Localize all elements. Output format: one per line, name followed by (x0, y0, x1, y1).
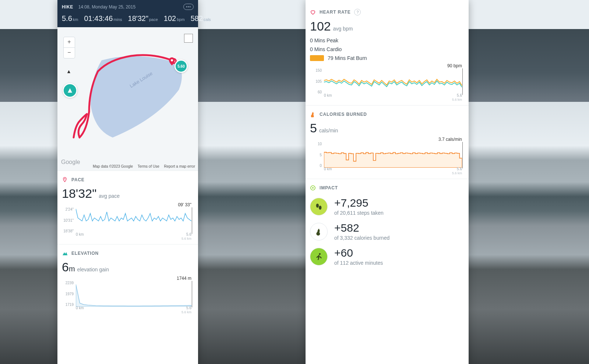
pace-label: PACE (71, 177, 85, 182)
impact-steps: +7,295of 20,611 steps taken (310, 197, 464, 216)
recenter-button[interactable] (63, 83, 77, 98)
stat-hr: 102bpm (164, 14, 185, 23)
steps-icon (310, 198, 328, 215)
heart-help-button[interactable]: ? (354, 9, 361, 15)
fatburn-bar (310, 55, 324, 61)
pace-chart[interactable]: 09' 33" 2'24"10'31"18'38" 0 km5.65.6 km (62, 204, 194, 240)
svg-point-5 (316, 204, 319, 208)
stat-pace: 18'32"pace (128, 14, 158, 23)
pace-yticks: 2'24"10'31"18'38" (62, 207, 74, 233)
svg-point-2 (64, 178, 66, 179)
calories-value: 5 (310, 121, 317, 135)
activity-header: HIKE 14:08, Monday May 25, 2015 ••• 5.6k… (57, 0, 198, 27)
more-button[interactable]: ••• (183, 4, 194, 10)
chart-cursor (462, 68, 463, 95)
map-attribution: Map data ©2023 Google (93, 164, 133, 168)
svg-point-7 (319, 253, 321, 255)
zoom-out-button[interactable]: − (64, 47, 75, 58)
chart-cursor (192, 207, 192, 234)
elevation-label: ELEVATION (71, 251, 99, 256)
calories-yticks: 1050 (310, 142, 322, 168)
activity-detail-panel: HIKE 14:08, Monday May 25, 2015 ••• 5.6k… (57, 0, 198, 364)
heart-icon (310, 9, 316, 15)
svg-point-6 (319, 206, 321, 210)
metrics-panel: HEART RATE ? 102avg bpm 0 Mins Peak 0 Mi… (306, 0, 469, 364)
pace-section: PACE 18'32"avg pace 09' 33" 2'24"10'31"1… (57, 171, 198, 244)
calories-label: CALORIES BURNED (320, 112, 367, 117)
stat-duration: 01:43:46mins (84, 14, 122, 23)
fullscreen-button[interactable] (184, 34, 193, 43)
zone-peak: 0 Mins Peak (310, 36, 338, 45)
pace-hover-value: 09' 33" (178, 202, 191, 207)
calories-delta: +582 (334, 222, 389, 233)
zoom-control: + − (63, 37, 75, 58)
calories-badge-icon (310, 223, 328, 240)
elevation-yticks: 223919791719 (62, 281, 74, 307)
impact-active: +60of 112 active minutes (310, 247, 464, 266)
map-canvas: Lake Louise (57, 27, 198, 171)
activity-type: HIKE (62, 4, 73, 10)
stat-cal: 582cals (191, 14, 211, 23)
elevation-section: ELEVATION 6melevation gain 1744 m 223919… (57, 244, 198, 318)
mountain-icon (62, 250, 68, 256)
terrain-icon[interactable]: ▲ (64, 68, 74, 75)
calories-chart[interactable]: 3.7 cals/min 1050 0 km5.65.6 km (310, 138, 464, 175)
target-icon (310, 185, 316, 191)
zoom-in-button[interactable]: + (64, 37, 75, 47)
heart-hover-value: 90 bpm (447, 63, 462, 68)
heart-label: HEART RATE (320, 10, 350, 15)
active-delta: +60 (334, 247, 383, 258)
pace-unit: avg pace (99, 193, 120, 199)
heart-value: 102 (310, 19, 331, 33)
hr-zones: 0 Mins Peak 0 Mins Cardio 79 Mins Fat Bu… (310, 36, 464, 63)
route-end-badge: 5.60 (174, 60, 188, 73)
heart-section: HEART RATE ? 102avg bpm 0 Mins Peak 0 Mi… (306, 0, 469, 105)
impact-label: IMPACT (320, 185, 338, 190)
elevation-chart[interactable]: 1744 m 223919791719 0 km5.65.6 km (62, 277, 194, 314)
stat-distance: 5.6km (62, 14, 78, 23)
elevation-unit: elevation gain (77, 267, 109, 272)
elevation-value: 6m (62, 260, 75, 274)
calories-section: CALORIES BURNED 5cals/min 3.7 cals/min 1… (306, 105, 469, 179)
steps-delta: +7,295 (334, 197, 384, 208)
map-brand: Google (61, 159, 80, 165)
heart-yticks: 15010560 (310, 68, 322, 94)
finish-pin-icon (169, 57, 175, 66)
svg-point-1 (171, 59, 173, 61)
running-icon (310, 248, 328, 265)
zone-fatburn: 79 Mins Fat Burn (328, 54, 367, 63)
chart-cursor (192, 281, 192, 307)
heart-unit: avg bpm (333, 26, 353, 32)
map-footer: Map data ©2023 Google Terms of Use Repor… (89, 164, 195, 168)
chart-cursor (462, 142, 463, 168)
route-map[interactable]: Lake Louise + − ▲ 5.60 Google Map data ©… (57, 27, 198, 171)
steps-of: of 20,611 steps taken (334, 210, 384, 216)
calories-of: of 3,332 calories burned (334, 235, 389, 241)
map-terms-link[interactable]: Terms of Use (138, 164, 159, 168)
pace-value: 18'32" (62, 186, 96, 201)
heart-chart[interactable]: 90 bpm 15010560 0 km5.65.6 km (310, 65, 464, 101)
map-report-link[interactable]: Report a map error (164, 164, 195, 168)
activity-datetime: 14:08, Monday May 25, 2015 (78, 4, 135, 10)
impact-calories: +582of 3,332 calories burned (310, 222, 464, 241)
elevation-hover-value: 1744 m (177, 276, 191, 281)
active-of: of 112 active minutes (334, 260, 383, 266)
calories-hover-value: 3.7 cals/min (438, 137, 462, 142)
calories-unit: cals/min (319, 128, 338, 133)
svg-point-4 (312, 187, 314, 189)
impact-section: IMPACT +7,295of 20,611 steps taken +582o… (306, 179, 469, 276)
flame-icon (310, 111, 316, 117)
pin-icon (62, 177, 68, 183)
zone-cardio: 0 Mins Cardio (310, 45, 342, 54)
